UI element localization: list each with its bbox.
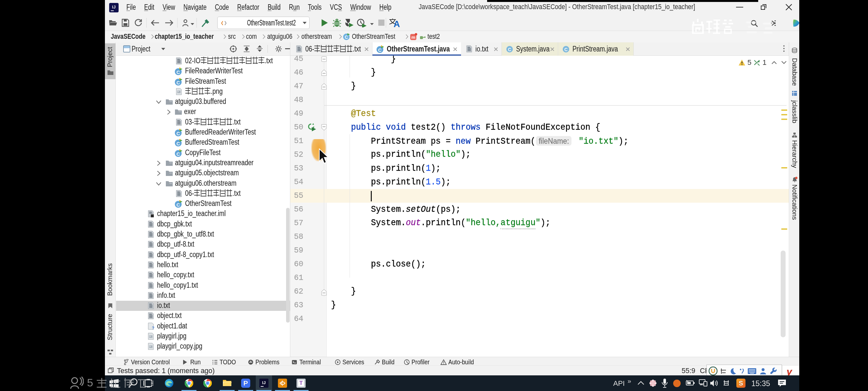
svg-text:C: C xyxy=(177,151,180,157)
svg-text:C: C xyxy=(177,69,180,75)
svg-text:m: m xyxy=(411,35,415,40)
svg-text:C: C xyxy=(177,141,180,146)
svg-text:C: C xyxy=(177,202,180,208)
svg-text:C: C xyxy=(177,131,180,136)
svg-text:C: C xyxy=(564,47,567,52)
svg-text:C: C xyxy=(378,47,382,53)
svg-text:?: ? xyxy=(152,326,154,330)
svg-text:C: C xyxy=(508,47,511,52)
svg-text:C: C xyxy=(177,80,180,85)
